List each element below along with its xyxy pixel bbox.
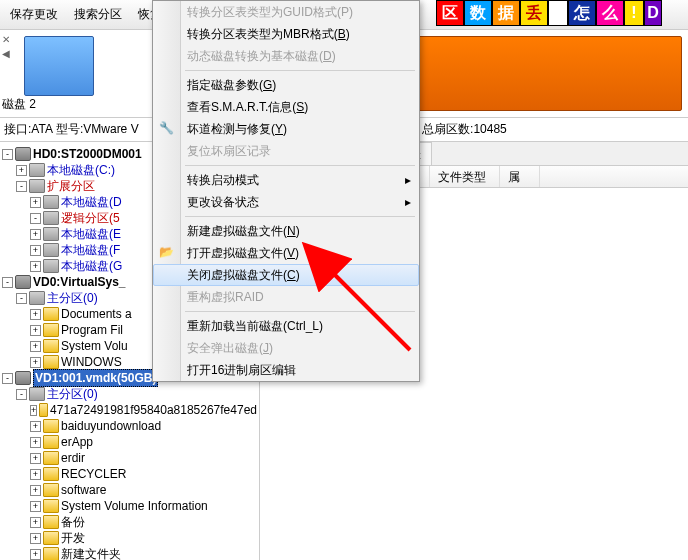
tree-hd0-f[interactable]: 本地磁盘(F xyxy=(61,242,120,258)
mi-closevd[interactable]: 关闭虚拟磁盘文件(C) xyxy=(153,264,419,286)
folder-icon xyxy=(43,515,59,529)
folder-icon xyxy=(39,403,48,417)
tree-win[interactable]: WINDOWS xyxy=(61,354,122,370)
stat-total: 总扇区数:10485 xyxy=(422,121,507,138)
mi-params[interactable]: 指定磁盘参数(G) xyxy=(153,74,419,96)
cb-7: ! xyxy=(624,0,644,26)
tree-docs[interactable]: Documents a xyxy=(61,306,132,322)
tree-recy[interactable]: RECYCLER xyxy=(61,466,126,482)
tree-baidu[interactable]: baiduyundownload xyxy=(61,418,161,434)
folder-icon xyxy=(43,339,59,353)
cb-6: 么 xyxy=(596,0,624,26)
folder-icon xyxy=(43,499,59,513)
tree-hd0-logic[interactable]: 逻辑分区(5 xyxy=(61,210,120,226)
hdd-icon xyxy=(15,371,31,385)
cb-3: 丢 xyxy=(520,0,548,26)
tree-erapp[interactable]: erApp xyxy=(61,434,93,450)
folder-icon xyxy=(43,355,59,369)
col-attr[interactable]: 属 xyxy=(500,166,540,187)
mi-eject: 安全弹出磁盘(J) xyxy=(153,337,419,359)
mi-guid: 转换分区表类型为GUID格式(P) xyxy=(153,1,419,23)
tree-dev[interactable]: 开发 xyxy=(61,530,85,546)
mi-bootmode[interactable]: 转换启动模式▸ xyxy=(153,169,419,191)
tree-vd0[interactable]: VD0:VirtualSys_ xyxy=(33,274,126,290)
cb-2: 据 xyxy=(492,0,520,26)
mi-recloop: 复位坏扇区记录 xyxy=(153,140,419,162)
cb-5: 怎 xyxy=(568,0,596,26)
mi-hexedit[interactable]: 打开16进制扇区编辑 xyxy=(153,359,419,381)
tree-hd0-ext[interactable]: 扩展分区 xyxy=(47,178,95,194)
color-strip: 区 数 据 丢 怎 么 ! D xyxy=(436,0,662,26)
tree-vd0-main[interactable]: 主分区(0) xyxy=(47,290,98,306)
tree-hd0-c[interactable]: 本地磁盘(C:) xyxy=(47,162,115,178)
disk-label: 磁盘 2 xyxy=(2,96,36,113)
mi-mbr[interactable]: 转换分区表类型为MBR格式(B) xyxy=(153,23,419,45)
folder-icon xyxy=(43,547,59,560)
tree-hash[interactable]: 471a72491981f95840a8185267fe47ed xyxy=(50,402,257,418)
context-menu: 转换分区表类型为GUID格式(P) 转换分区表类型为MBR格式(B) 动态磁盘转… xyxy=(152,0,420,382)
tree-prog[interactable]: Program Fil xyxy=(61,322,123,338)
mi-badtrack[interactable]: 🔧坏道检测与修复(Y) xyxy=(153,118,419,140)
save-button[interactable]: 保存更改 xyxy=(4,4,64,25)
drive-icon xyxy=(43,195,59,209)
tree-sysv[interactable]: System Volu xyxy=(61,338,128,354)
drive-icon xyxy=(43,227,59,241)
mi-rebuildraid: 重构虚拟RAID xyxy=(153,286,419,308)
disk-check-icon: 🔧 xyxy=(159,121,175,137)
folder-icon xyxy=(43,435,59,449)
tree-hd0-e[interactable]: 本地磁盘(E xyxy=(61,226,121,242)
cb-8: D xyxy=(644,0,662,26)
submenu-arrow-icon: ▸ xyxy=(405,195,411,209)
folder-icon xyxy=(43,467,59,481)
tree-vd1-main[interactable]: 主分区(0) xyxy=(47,386,98,402)
drive-icon xyxy=(43,243,59,257)
open-icon: 📂 xyxy=(159,245,175,261)
folder-icon xyxy=(43,483,59,497)
folder-icon xyxy=(43,307,59,321)
drive-icon xyxy=(43,211,59,225)
drive-icon xyxy=(43,259,59,273)
tree-hd0-g[interactable]: 本地磁盘(G xyxy=(61,258,122,274)
disk-block[interactable] xyxy=(24,36,94,96)
hdd-icon xyxy=(15,147,31,161)
iface-model: 型号:VMware V xyxy=(56,121,139,138)
tree-backup[interactable]: 备份 xyxy=(61,514,85,530)
iface-prefix: 接口:ATA xyxy=(4,121,53,138)
folder-icon xyxy=(43,531,59,545)
mi-dyn2basic: 动态磁盘转换为基本磁盘(D) xyxy=(153,45,419,67)
drive-icon xyxy=(29,163,45,177)
drive-icon xyxy=(29,387,45,401)
submenu-arrow-icon: ▸ xyxy=(405,173,411,187)
tree-erdir[interactable]: erdir xyxy=(61,450,85,466)
drive-icon xyxy=(29,291,45,305)
mi-newvd[interactable]: 新建虚拟磁盘文件(N) xyxy=(153,220,419,242)
mi-smart[interactable]: 查看S.M.A.R.T.信息(S) xyxy=(153,96,419,118)
mi-devstate[interactable]: 更改设备状态▸ xyxy=(153,191,419,213)
hdd-icon xyxy=(15,275,31,289)
cb-4 xyxy=(548,0,568,26)
folder-icon xyxy=(43,419,59,433)
tree-hd0[interactable]: HD0:ST2000DM001 xyxy=(33,146,142,162)
mi-reload[interactable]: 重新加载当前磁盘(Ctrl_L) xyxy=(153,315,419,337)
cb-1: 数 xyxy=(464,0,492,26)
mi-openvd[interactable]: 📂打开虚拟磁盘文件(V) xyxy=(153,242,419,264)
folder-icon xyxy=(43,451,59,465)
drive-icon xyxy=(29,179,45,193)
cb-0: 区 xyxy=(436,0,464,26)
folder-icon xyxy=(43,323,59,337)
tree-hd0-d[interactable]: 本地磁盘(D xyxy=(61,194,122,210)
tree-vd1[interactable]: VD1:001.vmdk(50GB) xyxy=(35,371,156,385)
tree-newf[interactable]: 新建文件夹 xyxy=(61,546,121,560)
tree-soft[interactable]: software xyxy=(61,482,106,498)
col-type[interactable]: 文件类型 xyxy=(430,166,500,187)
tree-svi[interactable]: System Volume Information xyxy=(61,498,208,514)
search-partition-button[interactable]: 搜索分区 xyxy=(68,4,128,25)
